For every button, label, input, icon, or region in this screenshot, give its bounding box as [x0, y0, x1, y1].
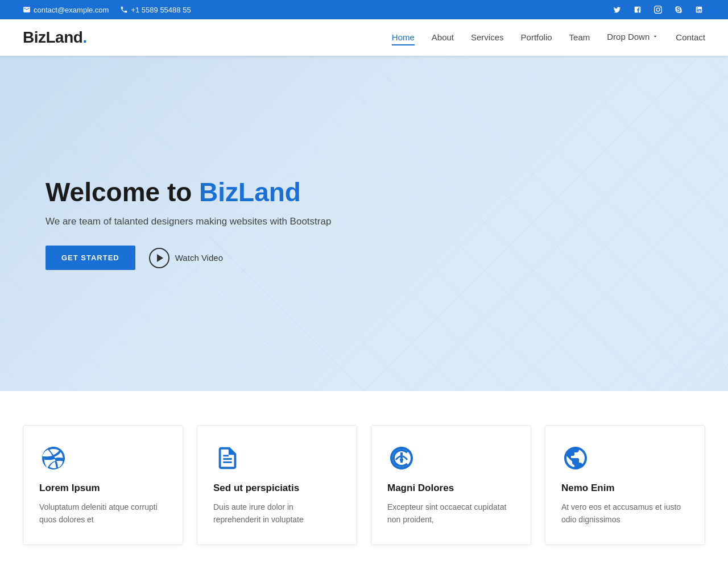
- nav-item-about[interactable]: About: [432, 32, 454, 43]
- nav-item-portfolio[interactable]: Portfolio: [521, 32, 552, 43]
- nav-item-dropdown[interactable]: Drop Down: [607, 32, 659, 44]
- feature-card-3: Magni Dolores Excepteur sint occaecat cu…: [371, 425, 531, 545]
- chevron-down-icon: [652, 33, 659, 40]
- topbar-contact: contact@example.com +1 5589 55488 55: [23, 6, 191, 14]
- document-icon: [214, 445, 241, 471]
- feature-card-1: Lorem Ipsum Voluptatum deleniti atque co…: [23, 425, 183, 545]
- skype-link[interactable]: [672, 3, 685, 16]
- nav-item-home[interactable]: Home: [392, 32, 415, 43]
- feature-text-4: At vero eos et accusamus et iusto odio d…: [561, 501, 689, 526]
- hero-content: Welcome to BizLand We are team of talant…: [0, 177, 331, 270]
- feature-text-2: Duis aute irure dolor in reprehenderit i…: [213, 501, 341, 526]
- globe-icon: [562, 444, 589, 472]
- hero-title: Welcome to BizLand: [46, 177, 331, 208]
- nav-link-services[interactable]: Services: [471, 32, 504, 44]
- watch-video-button[interactable]: Watch Video: [149, 248, 223, 268]
- dribbble-icon: [40, 444, 67, 472]
- watch-video-label: Watch Video: [175, 253, 223, 263]
- feature-icon-4: [561, 444, 590, 472]
- nav-link-about[interactable]: About: [432, 32, 454, 44]
- nav-link-team[interactable]: Team: [569, 32, 590, 44]
- features-grid: Lorem Ipsum Voluptatum deleniti atque co…: [23, 425, 705, 545]
- email-contact: contact@example.com: [23, 6, 109, 14]
- twitter-link[interactable]: [611, 3, 623, 16]
- hero-section: Welcome to BizLand We are team of talant…: [0, 56, 728, 391]
- feature-title-2: Sed ut perspiciatis: [213, 483, 341, 494]
- phone-icon: [120, 6, 128, 14]
- feature-icon-2: [213, 444, 242, 472]
- nav-link-contact[interactable]: Contact: [676, 32, 705, 44]
- feature-icon-3: [387, 444, 416, 472]
- nav-menu: Home About Services Portfolio Team Drop …: [392, 32, 705, 44]
- feature-title-1: Lorem Ipsum: [39, 483, 167, 494]
- logo-dot: .: [82, 28, 86, 46]
- nav-link-dropdown[interactable]: Drop Down: [607, 32, 659, 44]
- feature-card-4: Nemo Enim At vero eos et accusamus et iu…: [545, 425, 705, 545]
- instagram-link[interactable]: [652, 3, 664, 16]
- feature-text-3: Excepteur sint occaecat cupidatat non pr…: [387, 501, 515, 526]
- email-text: contact@example.com: [34, 6, 109, 14]
- hero-actions: GET STARTED Watch Video: [46, 246, 331, 270]
- feature-text-1: Voluptatum deleniti atque corrupti quos …: [39, 501, 167, 526]
- hero-title-prefix: Welcome to: [46, 177, 199, 207]
- feature-title-4: Nemo Enim: [561, 483, 689, 494]
- email-icon: [23, 6, 31, 14]
- linkedin-link[interactable]: [693, 3, 705, 16]
- get-started-button[interactable]: GET STARTED: [46, 246, 135, 270]
- nav-item-contact[interactable]: Contact: [676, 32, 705, 43]
- phone-contact: +1 5589 55488 55: [120, 6, 191, 14]
- navbar: BizLand. Home About Services Portfolio T…: [0, 19, 728, 56]
- svg-point-0: [400, 458, 403, 462]
- feature-icon-1: [39, 444, 68, 472]
- feature-card-2: Sed ut perspiciatis Duis aute irure dolo…: [197, 425, 357, 545]
- logo[interactable]: BizLand.: [23, 28, 87, 47]
- speedometer-icon: [388, 444, 415, 472]
- nav-link-portfolio[interactable]: Portfolio: [521, 32, 552, 44]
- feature-title-3: Magni Dolores: [387, 483, 515, 494]
- hero-subtitle: We are team of talanted designers making…: [46, 216, 331, 227]
- features-section: Lorem Ipsum Voluptatum deleniti atque co…: [0, 391, 728, 568]
- topbar: contact@example.com +1 5589 55488 55: [0, 0, 728, 19]
- play-icon: [149, 248, 169, 268]
- facebook-link[interactable]: [631, 3, 644, 16]
- nav-item-team[interactable]: Team: [569, 32, 590, 43]
- logo-text: BizLand: [23, 28, 82, 46]
- nav-link-home[interactable]: Home: [392, 32, 415, 45]
- social-links: [611, 3, 705, 16]
- nav-item-services[interactable]: Services: [471, 32, 504, 43]
- hero-title-brand: BizLand: [199, 177, 301, 207]
- phone-text: +1 5589 55488 55: [131, 6, 191, 14]
